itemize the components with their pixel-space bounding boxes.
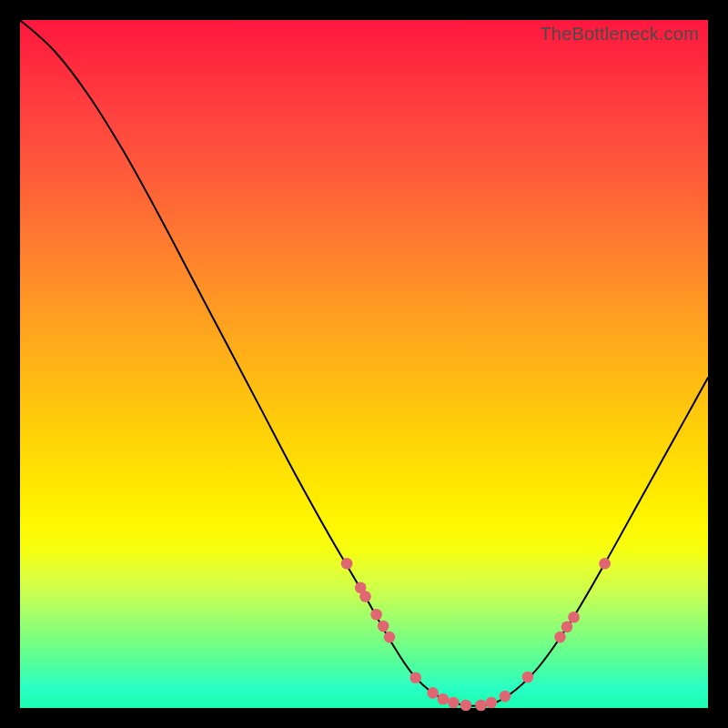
- marker-dot: [460, 700, 472, 712]
- marker-dot: [599, 558, 611, 570]
- marker-dot: [384, 632, 396, 643]
- marker-dot: [438, 693, 450, 705]
- marker-dot: [554, 632, 566, 643]
- plot-svg: [20, 20, 708, 708]
- marker-dot: [522, 672, 534, 683]
- bottleneck-curve: [20, 20, 708, 706]
- marker-dot: [568, 612, 580, 623]
- chart-area: TheBottleneck.com: [20, 20, 708, 708]
- marker-dots: [341, 558, 611, 711]
- marker-dot: [341, 558, 353, 570]
- marker-dot: [359, 591, 371, 602]
- marker-dot: [410, 672, 421, 683]
- marker-dot: [561, 622, 573, 633]
- marker-dot: [500, 691, 511, 703]
- marker-dot: [486, 697, 498, 709]
- marker-dot: [378, 621, 389, 632]
- marker-dot: [427, 687, 439, 699]
- marker-dot: [370, 609, 382, 621]
- marker-dot: [475, 700, 487, 712]
- marker-dot: [448, 697, 460, 709]
